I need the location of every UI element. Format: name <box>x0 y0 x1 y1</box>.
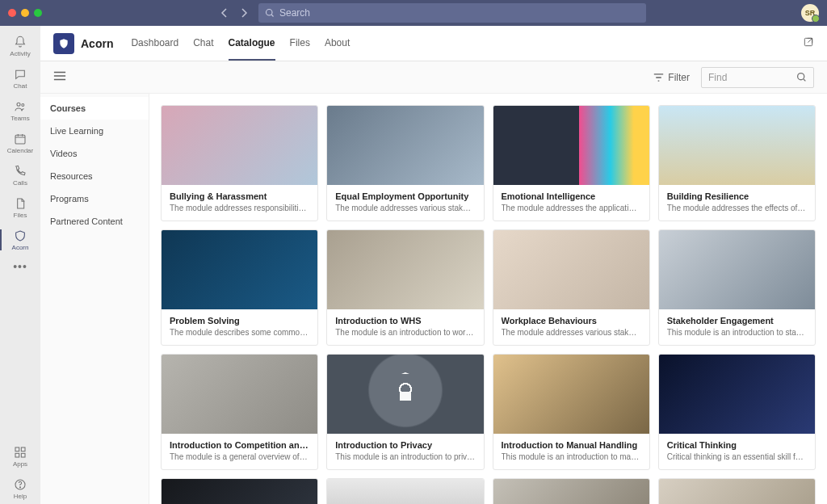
course-desc: The module is an introduction to workpla… <box>335 328 475 337</box>
course-thumb <box>162 355 317 434</box>
svg-rect-4 <box>15 447 19 452</box>
course-thumb <box>327 355 483 434</box>
sidebar-item-programs[interactable]: Programs <box>40 187 149 210</box>
window-titlebar: Search SR <box>0 0 827 26</box>
svg-point-2 <box>22 104 24 107</box>
course-card[interactable] <box>326 478 484 504</box>
course-title: Bullying & Harassment <box>170 191 309 201</box>
rail-files[interactable]: Files <box>0 192 40 223</box>
course-desc: The module describes some common problem… <box>170 328 309 337</box>
rail-calendar[interactable]: Calendar <box>0 128 40 158</box>
course-title: Building Resilience <box>667 191 807 201</box>
course-card[interactable]: Problem SolvingThe module describes some… <box>161 229 318 346</box>
course-title: Introduction to Manual Handling <box>502 440 641 450</box>
course-title: Introduction to WHS <box>335 316 475 326</box>
tab-files[interactable]: Files <box>290 26 310 61</box>
course-card[interactable]: Bullying & HarassmentThe module addresse… <box>161 105 318 221</box>
tab-about[interactable]: About <box>325 26 350 61</box>
help-icon <box>13 477 27 492</box>
course-card[interactable]: Introduction to Manual HandlingThis modu… <box>493 354 650 470</box>
course-card[interactable] <box>161 478 318 504</box>
sidebar-item-partnered-content[interactable]: Partnered Content <box>40 210 149 233</box>
course-thumb <box>327 479 483 504</box>
course-thumb <box>162 106 317 185</box>
catalogue-sidebar: Courses Live Learning Videos Resources P… <box>40 94 149 504</box>
calendar-icon <box>13 132 27 146</box>
course-title: Introduction to Privacy <box>335 440 475 450</box>
course-card[interactable]: Equal Employment OpportunityThe module a… <box>326 105 484 221</box>
course-card[interactable] <box>658 478 816 504</box>
tab-dashboard[interactable]: Dashboard <box>131 26 178 61</box>
filter-button[interactable]: Filter <box>653 72 690 83</box>
app-tabs: Dashboard Chat Catalogue Files About <box>131 26 350 61</box>
close-window[interactable] <box>8 9 16 17</box>
course-card[interactable]: Introduction to PrivacyThis module is an… <box>326 354 484 470</box>
course-thumb <box>327 230 483 309</box>
svg-point-11 <box>798 74 804 80</box>
course-desc: This module is an introduction to manual… <box>502 452 641 461</box>
back-button[interactable] <box>216 5 233 21</box>
sidebar-item-live-learning[interactable]: Live Learning <box>40 120 149 142</box>
course-thumb <box>327 106 483 185</box>
course-title: Equal Employment Opportunity <box>335 191 475 201</box>
course-thumb <box>659 230 815 309</box>
course-thumb <box>162 479 317 504</box>
phone-icon <box>13 164 27 178</box>
app-rail: Activity Chat Teams Calendar Calls Files… <box>0 26 40 504</box>
course-desc: This module is an introduction to privac… <box>335 452 475 461</box>
app-header: Acorn Dashboard Chat Catalogue Files Abo… <box>40 26 827 61</box>
rail-help[interactable]: Help <box>0 473 40 504</box>
course-card[interactable] <box>493 478 650 504</box>
rail-chat[interactable]: Chat <box>0 63 40 94</box>
user-avatar[interactable]: SR <box>801 4 819 22</box>
teams-icon <box>13 99 27 114</box>
course-card[interactable]: Introduction to WHSThe module is an intr… <box>326 229 484 346</box>
course-desc: Critical thinking is an essential skill … <box>667 452 807 461</box>
course-desc: The module addresses various stakeholder… <box>502 328 641 337</box>
course-thumb <box>493 230 649 309</box>
course-grid-scroll[interactable]: Bullying & HarassmentThe module addresse… <box>149 94 827 504</box>
course-card[interactable]: Emotional IntelligenceThe module address… <box>493 105 650 221</box>
course-card[interactable]: Critical ThinkingCritical thinking is an… <box>658 354 816 470</box>
course-desc: The module addresses responsibilities re… <box>170 204 309 212</box>
course-thumb <box>659 106 815 185</box>
course-title: Critical Thinking <box>667 440 807 450</box>
menu-icon[interactable] <box>53 70 66 84</box>
sidebar-item-courses[interactable]: Courses <box>40 97 149 120</box>
course-card[interactable]: Stakeholder EngagementThis module is an … <box>658 229 816 346</box>
rail-activity[interactable]: Activity <box>0 31 40 61</box>
search-icon <box>796 72 807 82</box>
popout-icon[interactable] <box>803 36 814 50</box>
brand-logo <box>53 33 74 54</box>
course-desc: This module is an introduction to stakeh… <box>667 328 807 337</box>
sidebar-item-resources[interactable]: Resources <box>40 165 149 187</box>
tab-catalogue[interactable]: Catalogue <box>229 26 275 61</box>
course-card[interactable]: Workplace BehavioursThe module addresses… <box>493 229 650 346</box>
bell-icon <box>13 35 27 49</box>
rail-calls[interactable]: Calls <box>0 160 40 191</box>
find-input[interactable]: Find <box>701 67 814 88</box>
course-thumb <box>162 230 317 309</box>
rail-apps[interactable]: Apps <box>0 441 40 472</box>
course-title: Workplace Behaviours <box>502 316 641 326</box>
course-desc: The module addresses the application of … <box>502 204 641 212</box>
course-desc: The module addresses the effects of work… <box>667 204 807 212</box>
app-brand: Acorn <box>53 33 113 54</box>
rail-teams[interactable]: Teams <box>0 95 40 126</box>
svg-point-1 <box>17 103 20 106</box>
course-card[interactable]: Building ResilienceThe module addresses … <box>658 105 816 221</box>
course-title: Stakeholder Engagement <box>667 316 807 326</box>
maximize-window[interactable] <box>34 9 42 17</box>
rail-more[interactable]: ••• <box>13 260 27 273</box>
rail-acorn[interactable]: Acorn <box>0 225 40 255</box>
search-icon <box>265 8 275 18</box>
sidebar-item-videos[interactable]: Videos <box>40 142 149 165</box>
minimize-window[interactable] <box>21 9 29 17</box>
course-thumb <box>659 355 815 434</box>
svg-rect-3 <box>15 135 25 144</box>
course-card[interactable]: Introduction to Competition and Consum…T… <box>161 354 318 470</box>
tab-chat[interactable]: Chat <box>193 26 213 61</box>
history-nav <box>216 5 252 21</box>
global-search[interactable]: Search <box>258 3 646 23</box>
forward-button[interactable] <box>236 5 252 21</box>
